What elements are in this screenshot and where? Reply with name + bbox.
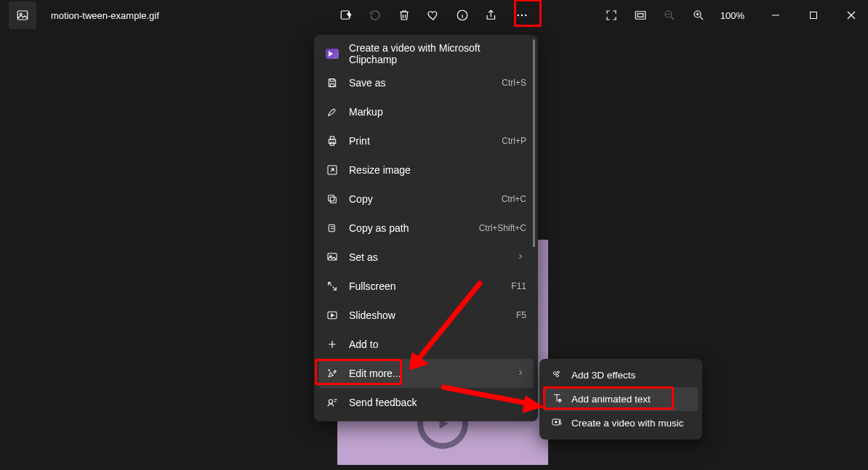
svg-point-31 bbox=[559, 423, 561, 425]
3d-icon bbox=[551, 368, 563, 382]
plus-icon bbox=[326, 338, 339, 351]
rotate-button[interactable] bbox=[363, 4, 387, 27]
filename-label: motion-tween-example.gif bbox=[51, 10, 159, 21]
fit-button[interactable] bbox=[629, 4, 652, 27]
svg-point-25 bbox=[329, 400, 332, 403]
titlebar: motion-tween-example.gif bbox=[0, 0, 868, 31]
chevron-right-icon bbox=[516, 251, 526, 263]
close-button[interactable] bbox=[835, 4, 868, 27]
copypath-icon bbox=[326, 222, 339, 235]
favorite-button[interactable] bbox=[422, 4, 445, 27]
menu-shortcut: Ctrl+P bbox=[502, 136, 526, 146]
menu-shortcut: Ctrl+Shift+C bbox=[479, 223, 526, 233]
svg-rect-7 bbox=[635, 12, 646, 20]
menu-markup[interactable]: Markup bbox=[318, 97, 534, 126]
menu-label: Set as bbox=[349, 251, 506, 263]
chevron-right-icon bbox=[516, 368, 526, 379]
toolbar-center bbox=[334, 4, 534, 27]
delete-button[interactable] bbox=[393, 4, 416, 27]
menu-label: Resize image bbox=[349, 164, 526, 176]
info-button[interactable] bbox=[451, 4, 474, 27]
svg-rect-14 bbox=[330, 84, 334, 86]
share-button[interactable] bbox=[480, 4, 503, 27]
menu-label: Save as bbox=[349, 77, 491, 89]
print-icon bbox=[326, 134, 339, 147]
resize-icon bbox=[326, 163, 339, 177]
fullscreen-button[interactable] bbox=[600, 4, 623, 27]
menu-label: Print bbox=[349, 135, 491, 147]
menu-label: Copy bbox=[349, 193, 491, 205]
clipchamp-icon bbox=[326, 47, 339, 60]
annotation-arrow-2 bbox=[440, 384, 549, 413]
annotation-highlight-animatedtext bbox=[543, 386, 674, 410]
svg-point-28 bbox=[556, 374, 558, 376]
annotation-highlight-more bbox=[514, 0, 542, 27]
save-icon bbox=[326, 76, 339, 89]
minimize-button[interactable] bbox=[759, 4, 792, 27]
zoom-label[interactable]: 100% bbox=[716, 10, 749, 21]
copy-icon bbox=[326, 193, 339, 206]
svg-rect-8 bbox=[638, 14, 643, 17]
annotation-arrow-1 bbox=[403, 280, 491, 374]
menu-print[interactable]: Print Ctrl+P bbox=[318, 126, 534, 155]
menu-copy[interactable]: Copy Ctrl+C bbox=[318, 185, 534, 214]
menu-shortcut: Ctrl+S bbox=[502, 78, 526, 88]
svg-rect-16 bbox=[330, 137, 334, 139]
slideshow-icon bbox=[326, 309, 339, 322]
menu-resize[interactable]: Resize image bbox=[318, 155, 534, 185]
maximize-button[interactable] bbox=[797, 4, 830, 27]
svg-rect-19 bbox=[330, 197, 336, 203]
submenu-video-music[interactable]: Create a video with music bbox=[544, 411, 698, 435]
zoom-out-button[interactable] bbox=[658, 4, 681, 27]
menu-clipchamp[interactable]: Create a video with Microsoft Clipchamp bbox=[318, 39, 534, 68]
menu-shortcut: F11 bbox=[511, 281, 526, 291]
edit-image-button[interactable] bbox=[334, 4, 358, 27]
feedback-icon bbox=[326, 396, 339, 409]
fullscreen-icon bbox=[326, 280, 339, 293]
svg-rect-21 bbox=[329, 224, 334, 231]
annotation-highlight-editmore bbox=[315, 359, 402, 385]
svg-marker-33 bbox=[523, 396, 543, 413]
setas-icon bbox=[326, 251, 339, 264]
menu-label: Copy as path bbox=[349, 222, 469, 234]
submenu-label: Add 3D effects bbox=[571, 370, 635, 381]
image-thumbnail-icon[interactable] bbox=[9, 1, 36, 29]
submenu-label: Create a video with music bbox=[571, 418, 684, 429]
submenu-3d-effects[interactable]: Add 3D effects bbox=[544, 363, 698, 387]
zoom-in-button[interactable] bbox=[687, 4, 710, 27]
menu-shortcut: F5 bbox=[516, 310, 526, 320]
svg-rect-13 bbox=[330, 79, 334, 81]
menu-setas[interactable]: Set as bbox=[318, 243, 534, 272]
svg-point-27 bbox=[558, 371, 560, 373]
svg-rect-20 bbox=[329, 195, 334, 201]
svg-rect-0 bbox=[17, 11, 28, 20]
svg-rect-11 bbox=[772, 15, 779, 16]
svg-rect-12 bbox=[811, 12, 817, 19]
video-music-icon bbox=[551, 416, 563, 430]
menu-copypath[interactable]: Copy as path Ctrl+Shift+C bbox=[318, 214, 534, 243]
menu-saveas[interactable]: Save as Ctrl+S bbox=[318, 68, 534, 97]
svg-rect-17 bbox=[330, 142, 334, 145]
markup-icon bbox=[326, 105, 339, 118]
menu-shortcut: Ctrl+C bbox=[502, 194, 526, 204]
svg-point-26 bbox=[553, 372, 556, 375]
menu-label: Create a video with Microsoft Clipchamp bbox=[349, 42, 526, 65]
menu-label: Markup bbox=[349, 106, 526, 118]
